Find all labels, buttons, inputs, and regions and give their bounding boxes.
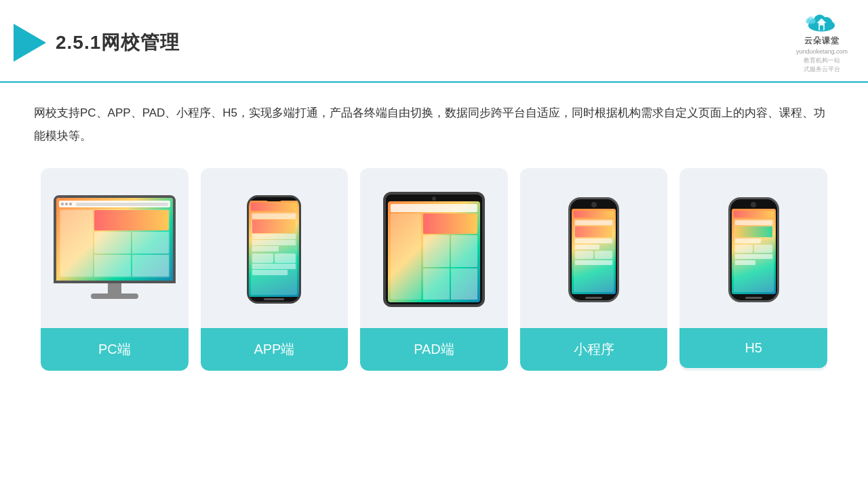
h5-phone-icon: [728, 197, 779, 302]
device-card-app: APP端: [201, 168, 349, 371]
pad-label: PAD端: [360, 328, 508, 371]
pc-label: PC端: [41, 328, 189, 371]
header: 2.5.1网校管理 云朵课堂 yunduoketang.com 教育机构一站式服…: [0, 0, 868, 83]
description-text: 网校支持PC、APP、PAD、小程序、H5，实现多端打通，产品各终端自由切换，数…: [34, 102, 834, 148]
pad-image-area: [367, 182, 501, 317]
logo-triangle-icon: [14, 24, 46, 62]
svg-rect-6: [820, 26, 823, 30]
svg-point-10: [806, 20, 816, 24]
mini-phone-icon: [568, 197, 619, 302]
brand-slogan: 教育机构一站式服务云平台: [804, 56, 840, 73]
device-card-pc: PC端: [41, 168, 189, 371]
brand-logo: 云朵课堂 yunduoketang.com 教育机构一站式服务云平台: [796, 12, 848, 73]
app-image-area: [208, 182, 342, 317]
mini-label: 小程序: [520, 328, 668, 371]
pad-tablet-icon: [383, 192, 485, 307]
main-content: 网校支持PC、APP、PAD、小程序、H5，实现多端打通，产品各终端自由切换，数…: [0, 83, 868, 384]
brand-url: yunduoketang.com: [796, 48, 848, 55]
device-card-h5: H5: [679, 168, 827, 371]
brand-name: 云朵课堂: [804, 35, 840, 47]
pc-monitor-icon: [54, 195, 176, 304]
h5-image-area: [686, 182, 821, 317]
device-card-mini: 小程序: [520, 168, 668, 371]
h5-label: H5: [679, 328, 827, 368]
header-left: 2.5.1网校管理: [14, 24, 180, 62]
brand-cloud-icon: [803, 12, 840, 34]
device-card-pad: PAD端: [360, 168, 508, 371]
pc-image-area: [47, 182, 182, 317]
page-title: 2.5.1网校管理: [56, 30, 180, 56]
device-cards-container: PC端: [34, 168, 834, 371]
app-phone-icon: [247, 195, 301, 304]
app-label: APP端: [201, 328, 349, 371]
mini-image-area: [527, 182, 661, 317]
